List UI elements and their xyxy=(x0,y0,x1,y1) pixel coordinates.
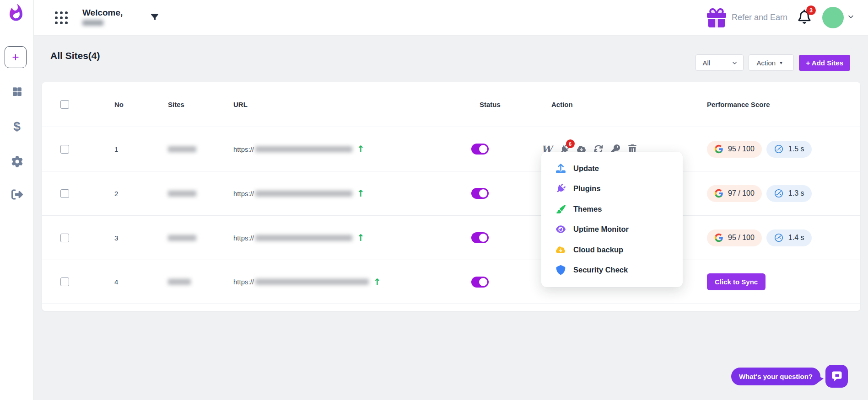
column-header-no: No xyxy=(92,101,145,108)
url-blurred xyxy=(255,146,352,152)
plus-icon xyxy=(11,52,21,62)
gauge-icon xyxy=(774,188,784,198)
menu-item-cloud-backup[interactable]: Cloud backup xyxy=(541,240,683,260)
column-header-url: URL xyxy=(209,101,420,108)
traffic-up-arrow-icon: ↑ xyxy=(373,277,381,287)
site-filter-select[interactable]: All xyxy=(695,54,744,71)
load-time-value: 1.5 s xyxy=(788,145,804,153)
row-number: 1 xyxy=(92,145,145,153)
traffic-up-arrow-icon: ↑ xyxy=(357,144,365,154)
brand-flame-logo[interactable] xyxy=(6,3,26,25)
refer-and-earn-link[interactable]: Refer and Earn xyxy=(707,8,787,27)
site-url: https:// ↑ xyxy=(209,277,420,287)
bulk-action-dropdown[interactable]: Action ▾ xyxy=(749,54,794,71)
select-all-checkbox[interactable] xyxy=(60,100,69,109)
load-time-value: 1.4 s xyxy=(788,234,804,242)
notifications-button[interactable]: 3 xyxy=(798,10,811,26)
row-number: 3 xyxy=(92,234,145,242)
top-bar: Welcome, Refer and Earn 3 xyxy=(34,0,868,36)
url-blurred xyxy=(255,235,352,241)
sidebar-item-logout[interactable] xyxy=(0,187,34,201)
load-time-pill: 1.5 s xyxy=(766,141,812,158)
site-name-blurred xyxy=(168,279,191,285)
menu-item-label: Themes xyxy=(573,205,602,213)
flame-icon xyxy=(6,3,26,22)
status-toggle[interactable] xyxy=(471,144,489,155)
row-number: 4 xyxy=(92,278,145,286)
site-url: https:// ↑ xyxy=(209,144,420,154)
chevron-down-icon[interactable] xyxy=(847,13,854,22)
table-row: 4 https:// ↑ Click to Sync xyxy=(42,260,860,304)
column-header-status: Status xyxy=(480,101,501,108)
username-blurred xyxy=(82,20,103,26)
menu-item-uptime-monitor[interactable]: Uptime Monitor xyxy=(541,219,683,240)
chat-widget: What's your question? xyxy=(731,365,848,388)
apps-menu-icon[interactable] xyxy=(55,11,68,24)
site-name-blurred xyxy=(168,191,196,197)
url-prefix: https:// xyxy=(233,190,254,197)
traffic-up-arrow-icon: ↑ xyxy=(357,189,365,198)
menu-item-update[interactable]: Update xyxy=(541,158,683,179)
column-header-sites: Sites xyxy=(145,101,209,108)
site-url: https:// ↑ xyxy=(209,233,420,242)
gift-icon xyxy=(707,8,726,27)
sidebar-item-settings[interactable] xyxy=(0,155,34,168)
chat-prompt-bubble[interactable]: What's your question? xyxy=(731,368,820,385)
notification-badge: 3 xyxy=(806,5,816,15)
load-time-pill: 1.3 s xyxy=(766,185,812,202)
traffic-up-arrow-icon: ↑ xyxy=(357,233,365,242)
page-title: All Sites(4) xyxy=(50,50,100,61)
plug-icon xyxy=(554,182,568,196)
pagespeed-score-pill: 97 / 100 xyxy=(707,185,762,202)
status-toggle[interactable] xyxy=(471,232,489,243)
add-sites-button[interactable]: + Add Sites xyxy=(799,55,850,71)
menu-item-security-check[interactable]: Security Check xyxy=(541,260,683,281)
chat-bubble-icon xyxy=(830,370,843,383)
table-row: 3 https:// ↑ 95 / 100 xyxy=(42,215,860,260)
chat-prompt-label: What's your question? xyxy=(739,373,813,380)
url-prefix: https:// xyxy=(233,234,254,242)
table-row: 1 https:// ↑ W 6 xyxy=(42,127,860,171)
status-toggle[interactable] xyxy=(471,188,489,199)
pagespeed-score-pill: 95 / 100 xyxy=(707,141,762,158)
filter-icon[interactable] xyxy=(151,13,158,22)
load-time-pill: 1.4 s xyxy=(766,229,812,246)
google-icon xyxy=(714,144,723,154)
avatar[interactable] xyxy=(822,7,844,28)
url-prefix: https:// xyxy=(233,278,254,286)
paintbrush-icon xyxy=(556,204,566,214)
row-checkbox[interactable] xyxy=(60,145,69,154)
eye-icon xyxy=(556,224,566,234)
logout-icon xyxy=(11,189,23,200)
gauge-icon xyxy=(774,144,784,154)
row-checkbox[interactable] xyxy=(60,189,69,198)
site-filter-value: All xyxy=(702,59,710,67)
sidebar-add-site-button[interactable] xyxy=(5,46,27,68)
status-toggle[interactable] xyxy=(471,277,489,288)
site-url: https:// ↑ xyxy=(209,189,420,198)
site-name-blurred xyxy=(168,146,196,152)
dollar-icon: $ xyxy=(13,119,21,134)
plugin-update-badge: 6 xyxy=(566,139,575,148)
upload-icon xyxy=(556,164,566,173)
row-checkbox[interactable] xyxy=(60,234,69,242)
click-to-sync-button[interactable]: Click to Sync xyxy=(707,273,766,290)
url-prefix: https:// xyxy=(233,145,254,153)
shield-icon xyxy=(556,265,566,275)
site-name-blurred xyxy=(168,235,196,241)
gauge-icon xyxy=(774,233,784,243)
sidebar: $ xyxy=(0,0,34,400)
refer-and-earn-label: Refer and Earn xyxy=(732,13,787,22)
welcome-label: Welcome, xyxy=(82,8,123,18)
menu-item-label: Uptime Monitor xyxy=(573,225,629,234)
sidebar-item-dashboard[interactable] xyxy=(0,85,34,98)
cloud-backup-icon xyxy=(556,245,566,255)
score-value: 95 / 100 xyxy=(728,234,755,242)
row-checkbox[interactable] xyxy=(60,277,69,286)
menu-item-plugins[interactable]: Plugins xyxy=(541,179,683,199)
sidebar-item-billing[interactable]: $ xyxy=(0,120,34,133)
menu-item-themes[interactable]: Themes xyxy=(541,199,683,219)
site-action-menu: Update Plugins Themes Uptime Monitor Clo… xyxy=(541,152,683,287)
column-header-performance: Performance Score xyxy=(671,101,860,108)
chat-launcher-button[interactable] xyxy=(825,365,848,388)
